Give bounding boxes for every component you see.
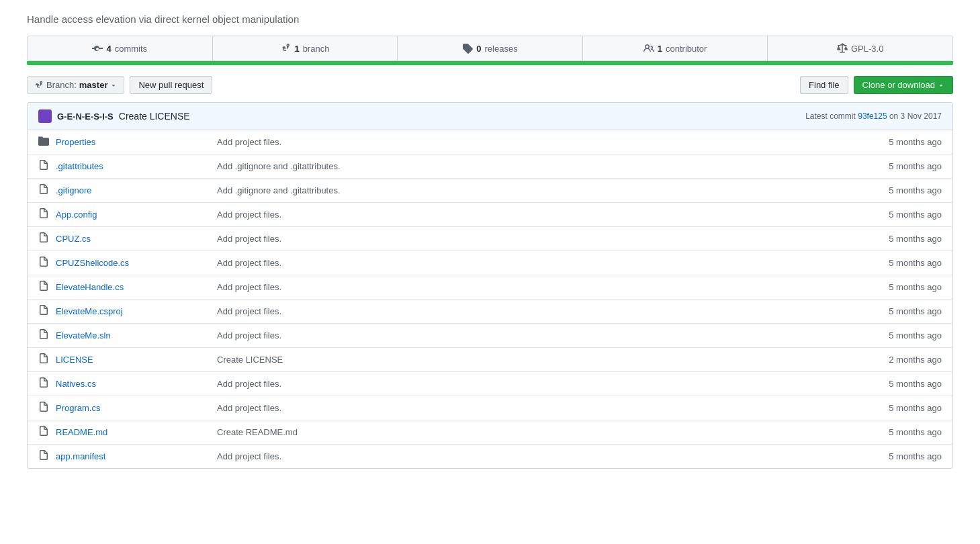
clone-or-download-button[interactable]: Clone or download	[854, 76, 953, 94]
repo-description: Handle access elevation via direct kerne…	[27, 13, 953, 25]
file-time: 5 months ago	[861, 330, 942, 341]
file-name[interactable]: README.md	[56, 427, 217, 437]
commit-author[interactable]: G-E-N-E-S-I-S	[57, 111, 114, 122]
stats-bar: 4 commits 1 branch 0 releases 1 contribu…	[27, 36, 953, 61]
file-icon	[38, 402, 49, 412]
file-time: 5 months ago	[861, 161, 942, 171]
file-name[interactable]: App.config	[56, 210, 217, 220]
language-progress-bar	[27, 61, 953, 65]
branches-stat[interactable]: 1 branch	[213, 36, 398, 60]
file-time: 5 months ago	[861, 258, 942, 268]
clone-label: Clone or download	[862, 80, 935, 90]
file-commit-message: Add project files.	[217, 306, 861, 316]
branches-label: branch	[303, 44, 330, 54]
file-icon	[38, 281, 49, 291]
toolbar: Branch: master New pull request Find fil…	[27, 76, 953, 94]
file-time: 5 months ago	[861, 210, 942, 220]
branch-icon	[280, 43, 291, 54]
file-name[interactable]: CPUZ.cs	[56, 234, 217, 244]
file-name[interactable]: .gitignore	[56, 185, 217, 195]
file-commit-message: Add project files.	[217, 234, 861, 244]
file-commit-message: Add project files.	[217, 282, 861, 292]
file-time: 5 months ago	[861, 282, 942, 292]
branch-prefix-label: Branch:	[46, 80, 77, 90]
file-name[interactable]: Program.cs	[56, 403, 217, 413]
commit-message: Create LICENSE	[119, 111, 190, 122]
toolbar-left: Branch: master New pull request	[27, 76, 212, 94]
table-row: Program.cs Add project files. 5 months a…	[28, 396, 952, 420]
file-time: 5 months ago	[861, 185, 942, 195]
contributors-count: 1	[658, 44, 662, 54]
table-row: ElevateHandle.cs Add project files. 5 mo…	[28, 275, 952, 300]
clone-dropdown-icon	[938, 82, 944, 89]
releases-stat[interactable]: 0 releases	[398, 36, 583, 60]
file-icon	[38, 208, 49, 219]
file-icon	[38, 353, 49, 364]
commits-icon	[92, 43, 103, 54]
table-row: .gitattributes Add .gitignore and .gitat…	[28, 154, 952, 179]
license-icon	[837, 43, 848, 54]
branch-name-label: master	[79, 80, 108, 90]
avatar	[38, 109, 52, 123]
file-table: G-E-N-E-S-I-S Create LICENSE Latest comm…	[27, 102, 953, 469]
file-name[interactable]: ElevateHandle.cs	[56, 282, 217, 292]
chevron-down-icon	[110, 82, 117, 89]
file-icon	[38, 184, 49, 195]
table-row: ElevateMe.sln Add project files. 5 month…	[28, 324, 952, 348]
commit-date: on 3 Nov 2017	[889, 111, 942, 121]
releases-label: releases	[485, 44, 518, 54]
toolbar-right: Find file Clone or download	[800, 76, 953, 94]
file-name[interactable]: CPUZShellcode.cs	[56, 258, 217, 268]
file-name[interactable]: LICENSE	[56, 355, 217, 365]
file-commit-message: Add project files.	[217, 258, 861, 268]
file-time: 5 months ago	[861, 451, 942, 461]
file-list: Properties Add project files. 5 months a…	[28, 130, 952, 468]
commits-count: 4	[106, 44, 111, 54]
branch-selector[interactable]: Branch: master	[27, 76, 124, 94]
file-name[interactable]: ElevateMe.sln	[56, 330, 217, 341]
file-icon	[38, 232, 49, 243]
commit-hash-label: Latest commit	[805, 111, 856, 121]
table-row: Properties Add project files. 5 months a…	[28, 130, 952, 154]
contributors-icon	[643, 43, 654, 54]
contributors-stat[interactable]: 1 contributor	[583, 36, 768, 60]
file-commit-message: Add project files.	[217, 210, 861, 220]
folder-icon	[38, 136, 49, 146]
new-pull-request-button[interactable]: New pull request	[130, 76, 212, 94]
file-commit-message: Add project files.	[217, 330, 861, 341]
commits-stat[interactable]: 4 commits	[28, 36, 213, 60]
file-icon	[38, 329, 49, 340]
table-row: README.md Create README.md 5 months ago	[28, 420, 952, 445]
file-name[interactable]: .gitattributes	[56, 161, 217, 171]
file-name[interactable]: app.manifest	[56, 451, 217, 461]
file-icon	[38, 426, 49, 437]
file-commit-message: Add .gitignore and .gitattributes.	[217, 161, 861, 171]
branch-selector-icon	[34, 81, 44, 90]
file-icon	[38, 305, 49, 316]
file-time: 5 months ago	[861, 137, 942, 147]
table-row: Natives.cs Add project files. 5 months a…	[28, 372, 952, 396]
file-commit-message: Add project files.	[217, 379, 861, 389]
table-row: LICENSE Create LICENSE 2 months ago	[28, 348, 952, 372]
contributors-label: contributor	[666, 44, 707, 54]
commit-hash-link[interactable]: 93fe125	[858, 111, 887, 121]
file-commit-message: Add project files.	[217, 403, 861, 413]
commit-meta: Latest commit 93fe125 on 3 Nov 2017	[805, 111, 942, 121]
table-row: ElevateMe.csproj Add project files. 5 mo…	[28, 300, 952, 324]
license-label: GPL-3.0	[851, 44, 883, 54]
tag-icon	[462, 43, 473, 54]
license-stat[interactable]: GPL-3.0	[768, 36, 952, 60]
table-row: app.manifest Add project files. 5 months…	[28, 445, 952, 468]
file-time: 5 months ago	[861, 234, 942, 244]
branches-count: 1	[294, 44, 299, 54]
file-commit-message: Add .gitignore and .gitattributes.	[217, 185, 861, 195]
file-name[interactable]: Properties	[56, 137, 217, 147]
table-row: App.config Add project files. 5 months a…	[28, 203, 952, 227]
file-time: 5 months ago	[861, 403, 942, 413]
find-file-button[interactable]: Find file	[800, 76, 848, 94]
file-time: 5 months ago	[861, 379, 942, 389]
file-name[interactable]: ElevateMe.csproj	[56, 306, 217, 316]
file-icon	[38, 257, 49, 267]
file-commit-message: Create LICENSE	[217, 355, 861, 365]
file-name[interactable]: Natives.cs	[56, 379, 217, 389]
